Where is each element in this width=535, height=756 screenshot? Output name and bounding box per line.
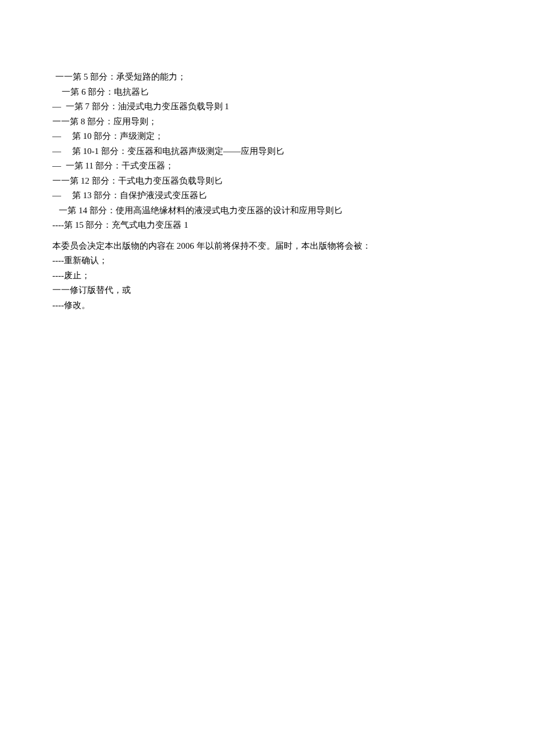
part-item: — 第 13 部分：自保护液浸式变压器匕 (52, 188, 480, 203)
part-item: — 一第 11 部分：干式变压器； (52, 159, 480, 174)
outcome-item: ----修改。 (52, 298, 480, 313)
part-item: 一一第 8 部分：应用导则； (52, 114, 480, 130)
parts-list: 一一第 5 部分：承受短路的能力； 一第 6 部分：电抗器匕 — 一第 7 部分… (55, 70, 480, 233)
document-content: 一一第 5 部分：承受短路的能力； 一第 6 部分：电抗器匕 — 一第 7 部分… (55, 70, 480, 313)
part-item: ----第 15 部分：充气式电力变压器 1 (52, 218, 480, 233)
part-item: — 一第 7 部分：油浸式电力变压器负载导则 1 (52, 99, 480, 114)
outcome-item: ----废止； (52, 268, 480, 284)
outcomes-list: ----重新确认； ----废止； 一一修订版替代，或 ----修改。 (55, 253, 480, 313)
part-item: 一第 6 部分：电抗器匕 (55, 85, 480, 100)
part-item: 一第 14 部分：使用高温绝缘材料的液浸式电力变压器的设计和应用导则匕 (52, 203, 480, 218)
paragraph-text: 本委员会决定本出版物的内容在 2006 年以前将保持不变。届时，本出版物将会被： (52, 239, 480, 254)
outcome-item: 一一修订版替代，或 (52, 283, 480, 298)
outcome-item: ----重新确认； (52, 253, 480, 268)
part-item: — 第 10-1 部分：变压器和电抗器声级测定——应用导则匕 (52, 144, 480, 159)
part-item: — 第 10 部分：声级测定； (52, 129, 480, 144)
part-item: 一一第 5 部分：承受短路的能力； (55, 70, 480, 85)
part-item: 一一第 12 部分：干式电力变压器负载导则匕 (52, 174, 480, 189)
